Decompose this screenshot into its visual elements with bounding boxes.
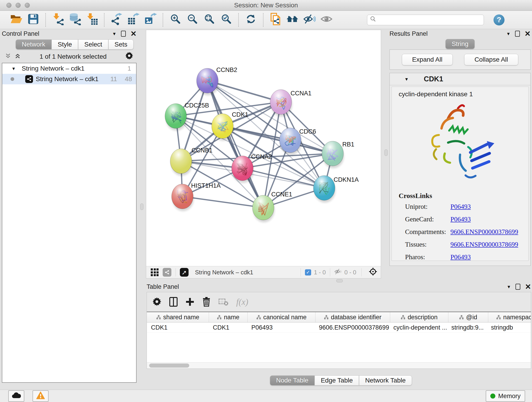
table-cell[interactable]: CDK1 (209, 322, 247, 332)
column-header-description[interactable]: description (390, 312, 448, 322)
network-edge[interactable] (222, 126, 333, 153)
crosslink-compartments-link[interactable]: 9606.ENSP00000378699 (450, 228, 518, 235)
network-row[interactable]: String Network – cdk1 11 48 (2, 74, 136, 84)
crosslink-pharos-link[interactable]: P06493 (450, 253, 471, 261)
network-node-CDC6[interactable] (279, 128, 302, 155)
tab-edge-table[interactable]: Edge Table (315, 375, 359, 385)
network-snapshot-button[interactable] (267, 13, 284, 27)
column-header-database-identifier[interactable]: database identifier (316, 312, 390, 322)
table-cell[interactable]: CDK1 (147, 322, 209, 332)
network-canvas[interactable]: CCNB2CCNA1CDC25BCDK1CDC6RB1CCNB1CCNA2CDK… (146, 30, 381, 266)
show-panel-button[interactable] (318, 13, 335, 27)
toolbar-search[interactable] (367, 15, 484, 25)
protein-section-expander-icon[interactable]: ▼ (404, 77, 409, 81)
tab-sets[interactable]: Sets (108, 39, 133, 50)
tab-network[interactable]: Network (16, 39, 51, 50)
network-overview-icon[interactable] (163, 268, 171, 277)
control-panel-float-button[interactable] (121, 31, 126, 37)
table-cell[interactable]: stringdb:9... (447, 322, 487, 332)
hide-panel-button[interactable] (301, 13, 318, 27)
warning-status-button[interactable] (32, 390, 49, 402)
tab-node-table[interactable]: Node Table (270, 375, 315, 385)
zoom-fit-button[interactable] (201, 13, 218, 27)
network-node-CDKN1A[interactable] (313, 176, 336, 203)
tab-network-table[interactable]: Network Table (359, 375, 412, 385)
results-panel-close-button[interactable]: ✕ (525, 30, 531, 37)
table-cell[interactable]: cyclin-dependent ... (389, 322, 447, 332)
table-panel-float-button[interactable] (515, 284, 520, 290)
network-node-CDK1[interactable] (212, 114, 234, 141)
crosslink-uniprot-link[interactable]: P06493 (450, 203, 471, 210)
crosshair-icon[interactable] (369, 268, 377, 277)
grid-view-icon[interactable] (151, 268, 158, 276)
network-node-CDC25B[interactable] (165, 104, 187, 131)
table-horizontal-scrollbar[interactable] (147, 362, 531, 369)
table-panel-menu-button[interactable]: ▼ (507, 285, 511, 289)
zoom-selected-button[interactable] (218, 13, 234, 27)
delete-table-icon[interactable] (218, 298, 228, 306)
network-node-CCNA1[interactable] (270, 89, 292, 117)
column-header-canonical-name[interactable]: canonical name (248, 312, 316, 322)
column-header-shared-name[interactable]: shared name (147, 312, 209, 322)
table-cell[interactable]: 9606.ENSP00000378699 (315, 322, 389, 332)
memory-button[interactable]: Memory (486, 390, 525, 402)
show-home-panels-button[interactable] (284, 13, 301, 27)
expand-all-networks-icon[interactable] (15, 53, 21, 61)
cloud-status-button[interactable] (8, 390, 24, 402)
function-builder-icon[interactable]: f(x) (236, 297, 248, 307)
export-image-button[interactable] (142, 13, 159, 27)
network-node-RB1[interactable] (322, 141, 344, 168)
results-panel-float-button[interactable] (515, 31, 520, 37)
network-node-HIST1H1A[interactable] (172, 184, 194, 211)
selected-checkbox-icon[interactable]: ✓ (305, 269, 311, 275)
show-columns-icon[interactable] (169, 297, 177, 307)
table-cell[interactable]: stringdb (487, 322, 531, 332)
left-splitter-handle[interactable] (140, 204, 143, 210)
create-column-icon[interactable] (185, 297, 195, 306)
network-node-CCNB2[interactable] (196, 68, 219, 95)
hidden-eye-icon[interactable] (334, 268, 342, 276)
help-button[interactable]: ? (494, 14, 505, 26)
column-header-name[interactable]: name (209, 312, 248, 322)
network-edge[interactable] (182, 196, 263, 208)
network-node-CCNE1[interactable] (253, 195, 274, 222)
table-panel-close-button[interactable]: ✕ (525, 283, 531, 290)
expand-all-button[interactable]: Expand All (402, 54, 453, 65)
crosslink-tissues-link[interactable]: 9606.ENSP00000378699 (450, 241, 518, 248)
network-node-CCNA2[interactable] (232, 156, 254, 183)
collapse-all-networks-icon[interactable] (5, 53, 11, 61)
control-panel-menu-button[interactable]: ▼ (112, 32, 116, 36)
results-panel-menu-button[interactable]: ▼ (506, 32, 510, 36)
column-header--id[interactable]: @id (448, 312, 488, 322)
delete-column-trash-icon[interactable] (202, 297, 210, 307)
network-options-gear-icon[interactable] (126, 52, 133, 61)
search-input[interactable] (378, 16, 475, 24)
bottom-splitter-handle[interactable] (336, 279, 343, 282)
table-cell[interactable]: P06493 (247, 322, 315, 332)
tab-style[interactable]: Style (51, 39, 78, 50)
table-row[interactable]: CDK1CDK1P064939606.ENSP00000378699cyclin… (147, 322, 531, 333)
import-network-from-file-button[interactable] (50, 13, 66, 27)
crosslink-genecard-link[interactable]: P06493 (450, 216, 471, 223)
export-table-button[interactable] (125, 13, 142, 27)
export-network-button[interactable] (108, 13, 125, 27)
column-header-namespace[interactable]: namespace (488, 312, 531, 322)
collapse-all-button[interactable]: Collapse All (464, 54, 518, 65)
control-panel-close-button[interactable]: ✕ (130, 30, 137, 37)
collection-expander-icon[interactable]: ▼ (12, 66, 16, 71)
zoom-out-button[interactable] (184, 13, 201, 27)
network-node-CCNB1[interactable] (170, 149, 192, 176)
save-session-button[interactable] (25, 13, 42, 27)
tab-select[interactable]: Select (78, 39, 108, 50)
network-collection-row[interactable]: ▼ String Network – cdk1 1 (2, 63, 136, 74)
refresh-view-button[interactable] (242, 13, 259, 27)
birdseye-view-icon[interactable]: ➚ (180, 268, 189, 277)
zoom-in-button[interactable] (167, 13, 184, 27)
open-session-button[interactable] (8, 13, 25, 27)
tab-string[interactable]: String (445, 39, 475, 49)
import-network-from-database-button[interactable] (66, 13, 83, 27)
right-splitter-handle[interactable] (385, 149, 388, 156)
table-settings-gear-icon[interactable] (153, 298, 162, 306)
import-table-from-file-button[interactable] (83, 13, 100, 27)
scrollbar-thumb[interactable] (149, 364, 189, 368)
